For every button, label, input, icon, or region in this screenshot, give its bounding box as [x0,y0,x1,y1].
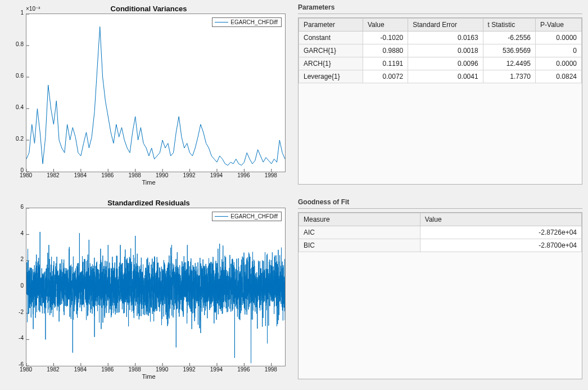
col-value[interactable]: Value [420,213,581,226]
xtick: 1996 [237,366,250,373]
cell[interactable]: Leverage{1} [299,70,363,83]
ytick: -2 [7,309,24,315]
cell[interactable]: Constant [299,32,363,44]
table-row[interactable]: AIC-2.8726e+04 [299,226,582,239]
cell[interactable]: -0.1020 [363,32,408,44]
table-parameters[interactable]: ParameterValueStandard Errort StatisticP… [298,18,582,83]
xtick: 1998 [264,366,278,373]
tablewrap-parameters: ParameterValueStandard Errort StatisticP… [298,17,582,185]
xtick: 1984 [74,172,87,178]
panel-condvar: Conditional Variances ×10⁻³ EGARCH_CHFDi… [7,0,291,189]
cell[interactable]: -2.8726e+04 [420,226,581,239]
xtick: 1986 [101,366,114,373]
cell[interactable]: 0.0824 [536,70,582,83]
col-t-statistic[interactable]: t Statistic [483,19,535,32]
cell[interactable]: 1.7370 [483,70,535,83]
xtick: 1986 [101,172,114,178]
legend-condvar[interactable]: EGARCH_CHFDiff [212,17,282,27]
cell[interactable]: 12.4495 [483,57,535,70]
legend-resid[interactable]: EGARCH_CHFDiff [212,212,282,221]
col-p-value[interactable]: P-Value [536,19,582,32]
tablefill-parameters [298,83,582,184]
plot-svg-condvar [26,14,285,172]
title-gof: Goodness of Fit [298,198,582,206]
legend-label-resid: EGARCH_CHFDiff [230,213,278,219]
cell[interactable]: 0.0163 [408,32,483,44]
xtick: 1996 [237,172,250,178]
table-row[interactable]: GARCH{1}0.98800.0018536.95690 [299,44,582,57]
cell[interactable]: AIC [299,226,420,239]
panel-parameters: Parameters ParameterValueStandard Errort… [298,3,582,186]
xtick: 1998 [264,172,278,178]
tablewrap-gof: MeasureValue AIC-2.8726e+04BIC-2.8700e+0… [298,212,582,379]
xtick: 1994 [210,172,223,178]
xlabel-condvar: Time [7,179,291,186]
cell[interactable]: ARCH{1} [299,57,363,70]
table-header-row: ParameterValueStandard Errort StatisticP… [299,19,582,32]
col-standard-error[interactable]: Standard Error [408,19,483,32]
xtick: 1988 [128,172,142,178]
cell[interactable]: 0.1191 [363,57,408,70]
ytick: 4 [7,230,24,236]
cell[interactable]: -2.8700e+04 [420,239,581,252]
cell[interactable]: 0.0096 [408,57,483,70]
table-row[interactable]: Constant-0.10200.0163-6.25560.0000 [299,32,582,44]
cell[interactable]: 0.0018 [408,44,483,57]
plot-title-condvar: Conditional Variances [7,5,291,13]
rule-gof [298,208,582,209]
ytick: 0 [7,167,24,173]
xtick: 1982 [46,366,60,373]
ytick: 0.8 [7,41,24,47]
xtick: 1990 [155,366,169,373]
ytick: 6 [7,204,24,210]
xtick: 1992 [183,366,196,373]
plot-title-resid: Standardized Residuals [7,199,291,207]
rule-parameters [298,14,582,14]
panel-gof: Goodness of Fit MeasureValue AIC-2.8726e… [298,198,582,381]
xlabel-resid: Time [7,373,291,380]
legend-line-icon [215,22,228,23]
cell[interactable]: -6.2556 [483,32,535,44]
cell[interactable]: BIC [299,239,420,252]
col-parameter[interactable]: Parameter [299,19,363,32]
ytick: 2 [7,256,24,262]
plot-svg-resid [26,208,285,366]
table-header-row: MeasureValue [299,213,582,226]
xtick: 1990 [155,172,169,178]
col-value[interactable]: Value [363,19,408,32]
panel-resid: Standardized Residuals EGARCH_CHFDiff Ti… [7,194,291,383]
cell[interactable]: 0.0072 [363,70,408,83]
ytick: 1 [7,10,24,16]
cell[interactable]: 0.9880 [363,44,408,57]
table-row[interactable]: ARCH{1}0.11910.009612.44950.0000 [299,57,582,70]
legend-label-condvar: EGARCH_CHFDiff [230,19,278,25]
table-row[interactable]: Leverage{1}0.00720.00411.73700.0824 [299,70,582,83]
tablefill-gof [298,252,582,379]
cell[interactable]: 536.9569 [483,44,535,57]
cell[interactable]: 0.0041 [408,70,483,83]
ytick: 0.2 [7,136,24,142]
title-parameters: Parameters [298,3,582,11]
ytick: 0.6 [7,73,24,79]
xtick: 1982 [46,172,60,178]
plot-condvar[interactable]: EGARCH_CHFDiff [26,14,286,172]
legend-line-icon [215,216,228,217]
ytick: -4 [7,335,24,341]
xtick: 1992 [183,172,196,178]
cell[interactable]: GARCH{1} [299,44,363,57]
table-gof[interactable]: MeasureValue AIC-2.8726e+04BIC-2.8700e+0… [298,213,582,252]
plot-resid[interactable]: EGARCH_CHFDiff [26,208,286,366]
y-exponent-label: ×10⁻³ [26,6,40,12]
cell[interactable]: 0.0000 [536,32,582,44]
ytick: 0 [7,283,24,289]
ytick: 0.4 [7,104,24,110]
cell[interactable]: 0 [536,44,582,57]
root: Conditional Variances ×10⁻³ EGARCH_CHFDi… [0,0,588,390]
cell[interactable]: 0.0000 [536,57,582,70]
table-row[interactable]: BIC-2.8700e+04 [299,239,582,252]
xtick: 1994 [210,366,223,373]
ytick: -6 [7,361,24,367]
xtick: 1988 [128,366,142,373]
xtick: 1984 [74,366,87,373]
col-measure[interactable]: Measure [299,213,420,226]
